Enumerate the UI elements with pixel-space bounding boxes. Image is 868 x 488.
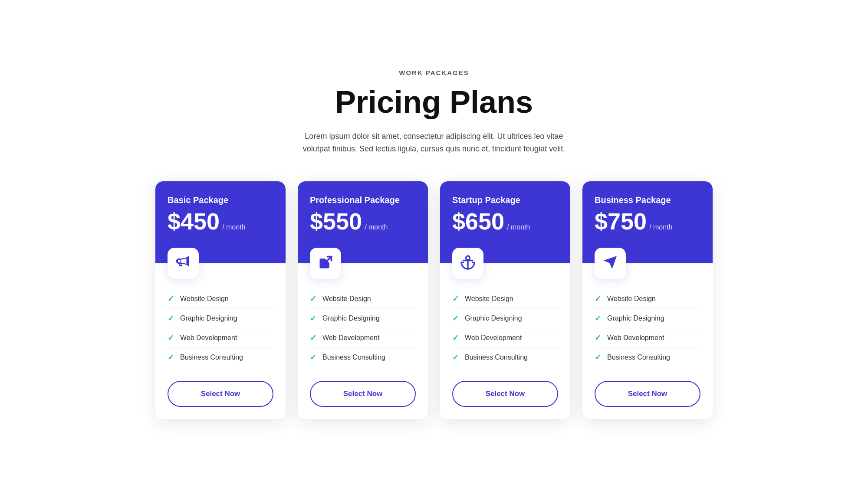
feature-item: ✓ Web Development [452, 328, 558, 348]
feature-item: ✓ Graphic Designing [168, 309, 273, 328]
check-icon: ✓ [168, 294, 174, 304]
card-body: ✓ Website Design ✓ Graphic Designing ✓ W… [582, 263, 713, 419]
page-title: Pricing Plans [335, 84, 533, 120]
anchor-icon [460, 255, 476, 272]
price-period: / month [507, 223, 530, 231]
feature-label: Graphic Designing [180, 314, 237, 322]
feature-item: ✓ Business Consulting [452, 348, 558, 367]
card-header: Startup Package $650 / month [440, 181, 570, 263]
price: $450 [168, 210, 220, 233]
check-icon: ✓ [168, 353, 174, 362]
features-list: ✓ Website Design ✓ Graphic Designing ✓ W… [310, 289, 416, 367]
package-name: Professional Package [310, 195, 416, 205]
feature-label: Graphic Designing [322, 314, 380, 322]
features-list: ✓ Website Design ✓ Graphic Designing ✓ W… [595, 289, 700, 367]
feature-item: ✓ Website Design [452, 289, 558, 309]
check-icon: ✓ [452, 294, 459, 304]
feature-label: Website Design [180, 295, 229, 303]
card-icon-wrapper [310, 248, 341, 279]
pricing-card-business: Business Package $750 / month ✓ Website … [582, 181, 713, 419]
price: $750 [595, 210, 647, 233]
megaphone-icon [175, 255, 191, 272]
feature-item: ✓ Graphic Designing [595, 309, 700, 328]
card-icon-wrapper [168, 248, 199, 279]
card-header: Business Package $750 / month [582, 181, 713, 263]
card-body: ✓ Website Design ✓ Graphic Designing ✓ W… [155, 263, 286, 419]
feature-label: Business Consulting [322, 354, 385, 361]
check-icon: ✓ [168, 314, 174, 323]
feature-label: Website Design [322, 295, 371, 303]
check-icon: ✓ [310, 353, 316, 362]
external-link-icon [318, 255, 333, 272]
feature-label: Graphic Designing [607, 314, 664, 322]
feature-label: Website Design [607, 295, 656, 303]
feature-item: ✓ Website Design [168, 289, 273, 309]
feature-label: Web Development [465, 334, 522, 342]
feature-item: ✓ Web Development [168, 328, 273, 348]
check-icon: ✓ [310, 333, 316, 343]
section-description: Lorem ipsum dolor sit amet, consectetur … [299, 130, 569, 155]
card-header: Professional Package $550 / month [298, 181, 428, 263]
select-now-button[interactable]: Select Now [168, 381, 273, 407]
card-icon-wrapper [452, 248, 483, 279]
price-row: $650 / month [452, 210, 558, 233]
card-body: ✓ Website Design ✓ Graphic Designing ✓ W… [440, 263, 570, 419]
feature-label: Business Consulting [180, 354, 243, 361]
pricing-card-basic: Basic Package $450 / month ✓ Website Des… [155, 181, 286, 419]
package-name: Basic Package [168, 195, 273, 205]
plane-icon [602, 255, 618, 272]
check-icon: ✓ [595, 294, 601, 304]
check-icon: ✓ [595, 333, 601, 343]
feature-item: ✓ Web Development [595, 328, 700, 348]
feature-item: ✓ Business Consulting [168, 348, 273, 367]
check-icon: ✓ [595, 353, 601, 362]
check-icon: ✓ [310, 314, 316, 323]
price-period: / month [365, 223, 388, 231]
price: $550 [310, 210, 362, 233]
feature-item: ✓ Website Design [310, 289, 416, 309]
check-icon: ✓ [168, 333, 174, 343]
price-row: $550 / month [310, 210, 416, 233]
feature-label: Web Development [322, 334, 379, 342]
select-now-button[interactable]: Select Now [310, 381, 416, 407]
feature-label: Business Consulting [607, 354, 670, 361]
feature-label: Web Development [180, 334, 237, 342]
check-icon: ✓ [310, 294, 316, 304]
features-list: ✓ Website Design ✓ Graphic Designing ✓ W… [168, 289, 273, 367]
price-row: $750 / month [595, 210, 700, 233]
card-icon-wrapper [595, 248, 626, 279]
select-now-button[interactable]: Select Now [595, 381, 700, 407]
feature-item: ✓ Graphic Designing [452, 309, 558, 328]
check-icon: ✓ [452, 333, 459, 343]
package-name: Business Package [595, 195, 700, 205]
check-icon: ✓ [452, 353, 459, 362]
card-body: ✓ Website Design ✓ Graphic Designing ✓ W… [298, 263, 428, 419]
page-wrapper: WORK PACKAGES Pricing Plans Lorem ipsum … [0, 0, 868, 488]
feature-label: Website Design [465, 295, 513, 303]
check-icon: ✓ [452, 314, 459, 323]
pricing-cards-container: Basic Package $450 / month ✓ Website Des… [155, 181, 713, 419]
feature-label: Web Development [607, 334, 664, 342]
select-now-button[interactable]: Select Now [452, 381, 558, 407]
price: $650 [452, 210, 504, 233]
features-list: ✓ Website Design ✓ Graphic Designing ✓ W… [452, 289, 558, 367]
card-header: Basic Package $450 / month [155, 181, 286, 263]
price-row: $450 / month [168, 210, 273, 233]
price-period: / month [649, 223, 672, 231]
feature-item: ✓ Business Consulting [310, 348, 416, 367]
check-icon: ✓ [595, 314, 601, 323]
feature-item: ✓ Graphic Designing [310, 309, 416, 328]
feature-item: ✓ Web Development [310, 328, 416, 348]
feature-label: Graphic Designing [465, 314, 522, 322]
pricing-card-startup: Startup Package $650 / month ✓ Website D… [440, 181, 570, 419]
package-name: Startup Package [452, 195, 558, 205]
feature-label: Business Consulting [465, 354, 528, 361]
price-period: / month [222, 223, 245, 231]
feature-item: ✓ Website Design [595, 289, 700, 309]
section-label: WORK PACKAGES [399, 69, 469, 76]
feature-item: ✓ Business Consulting [595, 348, 700, 367]
pricing-card-professional: Professional Package $550 / month ✓ Webs… [298, 181, 428, 419]
